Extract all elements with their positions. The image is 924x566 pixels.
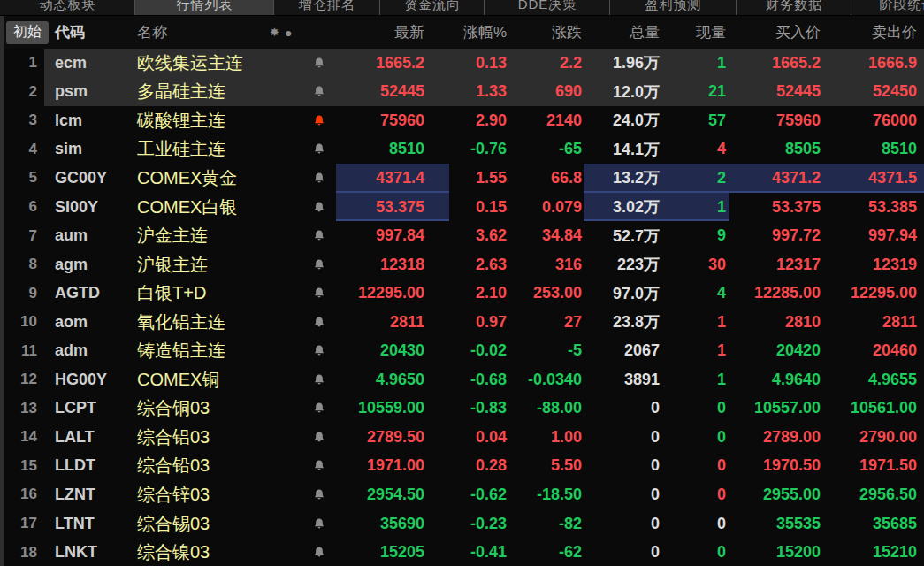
- change-percent: 0.97: [449, 308, 508, 337]
- change-percent: -0.83: [449, 394, 508, 424]
- alert-bell-icon[interactable]: [313, 201, 325, 214]
- quote-row[interactable]: 11 adm 铸造铝主连 20430 -0.02 -5 2067 1 20420…: [0, 336, 924, 365]
- top-tab[interactable]: 行情列表: [135, 0, 274, 16]
- row-number: 3: [0, 106, 44, 135]
- quote-row[interactable]: 17 LTNT 综合锡03 35690 -0.23 -82 0 0 35535 …: [0, 509, 924, 539]
- quote-row[interactable]: 7 aum 沪金主连 997.84 3.62 34.84 52.7万 9 997…: [0, 221, 924, 250]
- row-number: 12: [0, 365, 44, 394]
- latest-price: 4371.4: [336, 164, 449, 193]
- current-volume: 4: [661, 135, 729, 164]
- total-volume: 1.96万: [584, 49, 661, 78]
- quote-row[interactable]: 15 LLDT 综合铅03 1971.00 0.28 5.50 0 0 1970…: [0, 452, 924, 481]
- quote-row[interactable]: 12 HG00Y COMEX铜 4.9650 -0.68 -0.0340 389…: [0, 365, 924, 394]
- alert-bell-icon[interactable]: [313, 287, 325, 300]
- quote-row[interactable]: 3 lcm 碳酸锂主连 75960 2.90 2140 24.0万 57 759…: [0, 106, 924, 135]
- latest-price: 2954.50: [336, 480, 449, 509]
- col-header-change[interactable]: 涨跌: [508, 22, 584, 42]
- alert-bell-cell: [270, 106, 336, 135]
- top-tab[interactable]: 增仓排名: [274, 0, 380, 16]
- total-volume: 223万: [584, 250, 661, 279]
- alert-bell-icon[interactable]: [313, 316, 325, 329]
- quote-row[interactable]: 18 LNKT 综合镍03 15205 -0.41 -62 0 0 15200 …: [0, 538, 924, 566]
- current-volume: 0: [661, 394, 729, 424]
- current-volume: 1: [661, 365, 729, 394]
- change-percent: -0.41: [449, 538, 508, 566]
- contract-code: aum: [44, 221, 133, 250]
- alert-bell-icon[interactable]: [313, 373, 325, 386]
- col-header-current-volume[interactable]: 现量: [661, 22, 729, 42]
- col-header-name[interactable]: 名称: [133, 22, 270, 42]
- col-header-bid-price[interactable]: 买入价: [729, 22, 822, 42]
- contract-code: HG00Y: [44, 365, 133, 394]
- quote-row[interactable]: 5 GC00Y COMEX黄金 4371.4 1.55 66.8 13.2万 2…: [0, 164, 924, 193]
- change-percent: 1.33: [449, 78, 508, 107]
- latest-price: 20430: [336, 336, 449, 365]
- alert-bell-icon[interactable]: [313, 172, 325, 185]
- ask-price: 4371.5: [822, 164, 924, 193]
- top-tab[interactable]: 财务数据: [737, 0, 851, 16]
- alert-bell-icon[interactable]: [313, 142, 325, 156]
- alert-bell-icon[interactable]: [313, 229, 325, 242]
- quote-row[interactable]: 4 sim 工业硅主连 8510 -0.76 -65 14.1万 4 8505 …: [0, 135, 924, 164]
- quote-row[interactable]: 8 agm 沪银主连 12318 2.63 316 223万 30 12317 …: [0, 250, 924, 279]
- quote-row[interactable]: 16 LZNT 综合锌03 2954.50 -0.62 -18.50 0 0 2…: [0, 480, 924, 509]
- top-tab[interactable]: 资金流向: [380, 0, 485, 16]
- alert-bell-icon[interactable]: [313, 85, 325, 98]
- alert-bell-icon[interactable]: [313, 431, 325, 444]
- ask-price: 2811: [822, 308, 924, 337]
- alert-bell-icon[interactable]: [313, 57, 325, 70]
- row-number: 16: [0, 480, 44, 509]
- alert-bell-icon[interactable]: [313, 402, 325, 415]
- alert-bell-icon[interactable]: [313, 114, 325, 127]
- table-header: 初始 代码 名称 ✸ ● 最新 涨幅% 涨跌 总量 现量 买入价 卖出价: [0, 16, 924, 49]
- quote-row[interactable]: 1 ecm 欧线集运主连 1665.2 0.13 2.2 1.96万 1 166…: [0, 49, 924, 78]
- alert-bell-icon[interactable]: [313, 344, 325, 357]
- total-volume: 52.7万: [584, 221, 661, 250]
- change-percent: 2.90: [449, 106, 508, 135]
- row-number: 13: [0, 394, 44, 424]
- alert-bell-icon[interactable]: [313, 258, 325, 272]
- quote-row[interactable]: 6 SI00Y COMEX白银 53.375 0.15 0.079 3.02万 …: [0, 193, 924, 222]
- change-percent: -0.68: [449, 365, 508, 394]
- col-header-volume[interactable]: 总量: [584, 22, 661, 42]
- current-volume: 1: [661, 308, 729, 337]
- quote-row[interactable]: 2 psm 多晶硅主连 52445 1.33 690 12.0万 21 5244…: [0, 78, 924, 107]
- quote-row[interactable]: 13 LCPT 综合铜03 10559.00 -0.83 -88.00 0 0 …: [0, 394, 924, 424]
- alert-bell-icon[interactable]: [313, 488, 325, 501]
- col-header-code[interactable]: 代码: [44, 22, 133, 42]
- col-header-ask-price[interactable]: 卖出价: [822, 22, 924, 42]
- top-tab[interactable]: 动态板块: [0, 0, 135, 16]
- alert-bell-icon[interactable]: [313, 459, 325, 472]
- alert-bell-cell: [270, 336, 336, 365]
- alert-bell-cell: [270, 308, 336, 337]
- col-header-alert[interactable]: ✸ ●: [270, 27, 336, 39]
- contract-code: LCPT: [44, 394, 133, 424]
- ask-price: 8510: [822, 135, 924, 164]
- current-volume: 30: [661, 250, 729, 279]
- alert-bell-icon[interactable]: [313, 546, 325, 559]
- change-value: -65: [508, 135, 584, 164]
- quote-row[interactable]: 9 AGTD 白银T+D 12295.00 2.10 253.00 97.0万 …: [0, 279, 924, 308]
- top-tab[interactable]: DDE决策: [485, 0, 610, 16]
- quote-row[interactable]: 10 aom 氧化铝主连 2811 0.97 27 23.8万 1 2810 2…: [0, 308, 924, 337]
- change-value: -62: [508, 538, 584, 566]
- alert-bell-cell: [270, 49, 336, 78]
- latest-price: 12318: [336, 250, 449, 279]
- alert-bell-cell: [270, 452, 336, 481]
- alert-bell-icon[interactable]: [313, 517, 325, 531]
- row-number: 1: [0, 49, 44, 78]
- change-percent: 0.13: [449, 49, 508, 78]
- top-tab[interactable]: 阶段统计: [851, 0, 924, 16]
- change-value: 690: [508, 78, 584, 107]
- contract-code: psm: [44, 78, 133, 107]
- contract-name: 沪金主连: [133, 221, 270, 250]
- contract-name: COMEX白银: [133, 193, 270, 222]
- ask-price: 15210: [822, 538, 924, 566]
- contract-name: 白银T+D: [133, 279, 270, 308]
- initial-sort-button[interactable]: 初始: [6, 21, 49, 44]
- contract-name: COMEX黄金: [133, 164, 270, 193]
- col-header-change-pct[interactable]: 涨幅%: [449, 22, 508, 42]
- top-tab[interactable]: 盈利预测: [610, 0, 737, 16]
- col-header-latest[interactable]: 最新: [336, 22, 449, 42]
- quote-row[interactable]: 14 LALT 综合铝03 2789.50 0.04 1.00 0 0 2789…: [0, 423, 924, 452]
